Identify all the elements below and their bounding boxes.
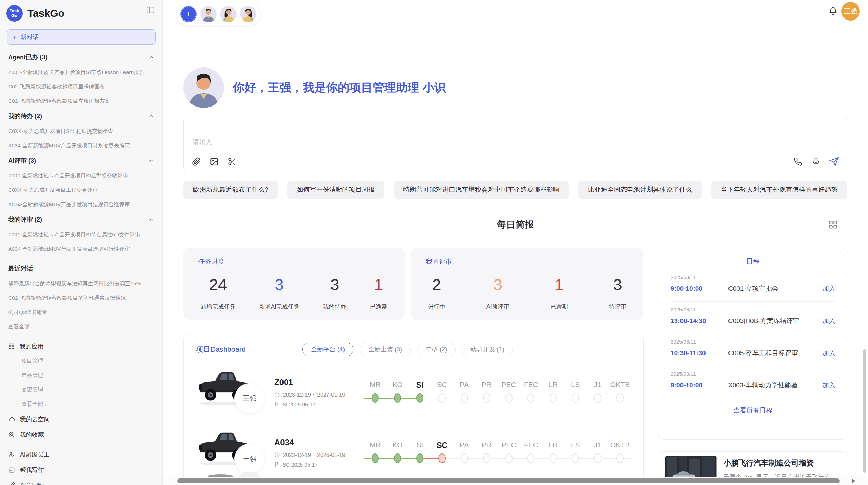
suggestion-chip[interactable]: 如何写一份清晰的项目周报 <box>287 181 384 199</box>
timeline-segment <box>601 458 609 459</box>
milestone-label: SI <box>409 381 431 392</box>
sidebar-item[interactable]: C02-飞腾新能源轻客改款项目立项汇报方案 <box>0 94 162 108</box>
sidebar-item-help-write[interactable]: 帮我写作 <box>0 462 162 477</box>
dashboard-tab[interactable]: 全新上装 (3) <box>360 343 411 356</box>
layout-grid-icon[interactable] <box>828 220 838 229</box>
milestone-dot <box>394 453 401 463</box>
recent-chat-item[interactable]: 公司Q3轻卡销量 <box>0 305 162 320</box>
send-icon[interactable] <box>829 157 839 166</box>
timeline-segment <box>423 458 431 459</box>
milestone: FEC <box>520 381 542 404</box>
sidebar-item[interactable]: C02-飞腾新能源轻客改款项目里程碑画布 <box>0 79 162 94</box>
milestone-label: PEC <box>498 441 520 452</box>
stat-label: 已逾期 <box>550 303 568 311</box>
dashboard-tab[interactable]: 年型 (2) <box>417 343 456 356</box>
timeline-segment <box>490 458 498 459</box>
schedule-event-name: C001-立项审批会 <box>728 284 822 293</box>
sidebar-collapse-icon[interactable] <box>146 5 155 14</box>
new-chat-button[interactable]: + 新对话 <box>7 29 156 45</box>
image-icon[interactable] <box>210 157 219 166</box>
recent-view-all[interactable]: 查看全部... <box>0 320 162 334</box>
suggestion-chip[interactable]: 比亚迪全固态电池计划具体说了什么 <box>578 181 702 199</box>
milestone: SC <box>431 381 453 404</box>
recent-chat-item[interactable]: 解释最新出台的欧盟报废车法规再生塑料比例被调至15%... <box>0 276 162 291</box>
sidebar-item[interactable]: A034-全新新能源MUV产品开发项目造型可行性评审 <box>0 242 162 256</box>
member-avatar-1[interactable] <box>200 6 217 22</box>
schedule-join-link[interactable]: 加入 <box>822 316 835 325</box>
sidebar-item[interactable]: Z001-全新燃油轻卡产品开发项目SI造型提交物评审 <box>0 169 162 183</box>
schedule-row: 9:00-10:00X003-车辆动力学性能验...加入 <box>671 381 835 390</box>
paperclip-icon[interactable] <box>192 157 201 166</box>
sidebar-item-favorites[interactable]: 我的收藏 <box>0 427 162 442</box>
schedule-date: 2025/03/11 <box>671 307 835 312</box>
ai-employees-label: AI超级员工 <box>20 450 50 459</box>
stat-value: 3 <box>609 275 626 294</box>
sidebar-item-ai-employees[interactable]: AI超级员工 <box>0 447 162 462</box>
timeline-segment <box>475 398 483 398</box>
vertical-scrollbar-thumb[interactable] <box>863 349 866 473</box>
timeline-segment <box>446 458 453 459</box>
star-badge-icon <box>8 431 15 438</box>
sidebar-section-header[interactable]: 我的评审 (2) <box>0 212 162 227</box>
schedule-view-all[interactable]: 查看所有日程 <box>671 406 835 415</box>
sidebar-item-project-mgmt[interactable]: 项目管理 <box>0 354 162 368</box>
milestone-label: MR <box>364 441 386 452</box>
sidebar-item[interactable]: A034-全新新能源MUV产品开发项目法规符合性评审 <box>0 197 162 212</box>
schedule-join-link[interactable]: 加入 <box>822 381 835 390</box>
milestone-dot <box>483 393 490 403</box>
sidebar-item-my-apps[interactable]: 我的应用 <box>0 338 162 354</box>
sidebar-item-cloud-space[interactable]: 我的云空间 <box>0 411 162 427</box>
project-owner-badge: 王强 <box>234 383 265 413</box>
schedule-join-link[interactable]: 加入 <box>822 349 835 358</box>
timeline-segment <box>624 458 631 459</box>
sidebar-section-header[interactable]: 我的待办 (2) <box>0 108 162 124</box>
horizontal-scrollbar-thumb[interactable] <box>177 478 840 483</box>
stat-value: 2 <box>428 275 445 294</box>
milestone-dot <box>594 453 601 463</box>
sidebar-item[interactable]: A034-全新新能源MUV产品开发项目计划变更表编写 <box>0 138 162 153</box>
scroll-right-arrow-icon[interactable] <box>852 479 855 483</box>
milestone-dot <box>616 453 624 463</box>
timeline-segment <box>579 458 587 459</box>
project-flag: SC-2025-05-17 <box>274 462 364 468</box>
suggestion-chip[interactable]: 当下年轻人对汽车外观有怎样的喜好趋势 <box>711 181 847 199</box>
new-session-button[interactable]: + <box>180 6 197 22</box>
sidebar-item[interactable]: C0X4-动力总成开发项目SI里程碑提交物检查 <box>0 124 162 138</box>
milestone: OKTB <box>609 441 631 464</box>
suggestion-chip[interactable]: 特朗普可能对进口汽车增税会对中国车企造成哪些影响 <box>394 181 569 199</box>
dashboard-tab[interactable]: 动总开发 (1) <box>462 343 513 356</box>
member-avatar-3[interactable] <box>240 6 256 22</box>
user-avatar[interactable]: 王强 <box>841 2 860 21</box>
schedule-join-link[interactable]: 加入 <box>822 284 835 293</box>
sidebar-item-product-mgmt[interactable]: 产品管理 <box>0 368 162 383</box>
recent-chat-item[interactable]: C02-飞腾新能源轻客改款项目的闭环通告反馈情况 <box>0 291 162 305</box>
dashboard-tab[interactable]: 全新平台 (4) <box>302 343 353 356</box>
sidebar-item-creative-draw[interactable]: 创意制图 <box>0 477 162 485</box>
milestone-label: PA <box>453 381 475 392</box>
sidebar-item[interactable]: C0X4-动力总成开发项目工程变更评审 <box>0 183 162 197</box>
milestone-dot <box>505 393 513 403</box>
project-row[interactable]: 王强A0342023-12-19 ~ 2026-01-19SC-2025-05-… <box>196 427 631 478</box>
sidebar-item[interactable]: Z001-全新燃油皮卡产品开发项目SI节点Lesson Learn报告 <box>0 65 162 79</box>
sidebar-section-header[interactable]: Agent已办 (3) <box>0 49 162 65</box>
sidebar-item-change-mgmt[interactable]: 变更管理 <box>0 383 162 397</box>
member-avatar-2[interactable] <box>220 6 237 22</box>
milestone-label: KO <box>386 381 409 392</box>
notification-bell-icon[interactable] <box>828 6 838 16</box>
chat-input[interactable] <box>192 137 839 150</box>
sidebar-section-header[interactable]: AI评审 (3) <box>0 153 162 169</box>
timeline-segment <box>513 458 520 459</box>
project-row[interactable]: 王强Z0012023-12-19 ~ 2027-01-19SI-2025-05-… <box>196 367 631 418</box>
stat: 24新增完成任务 <box>201 275 236 311</box>
phone-icon[interactable] <box>794 157 803 166</box>
sidebar-item-apps-view-all[interactable]: 查看全部... <box>0 397 162 411</box>
scissors-icon[interactable] <box>228 157 237 166</box>
sidebar-item[interactable]: Z001-全新燃油轻卡产品开发项目SI节点属性5D文件评审 <box>0 227 162 242</box>
dashboard-tabs: 全新平台 (4)全新上装 (3)年型 (2)动总开发 (1) <box>302 343 513 356</box>
suggestion-chip[interactable]: 欧洲新规最近颁布了什么? <box>183 181 278 199</box>
milestone: MR <box>364 381 386 404</box>
microphone-icon[interactable] <box>811 157 820 166</box>
timeline-segment <box>490 398 498 398</box>
timeline-segment <box>564 398 572 398</box>
project-code: Z001 <box>274 377 364 387</box>
